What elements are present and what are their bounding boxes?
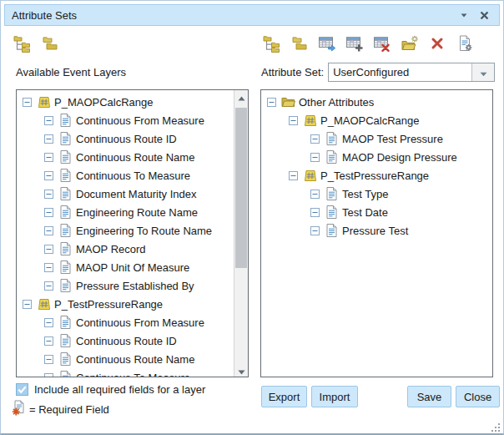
folders-icon	[290, 35, 309, 52]
tree-item-continuous-route-name[interactable]: Continuous Route Name	[17, 148, 234, 166]
attribute-set-value: UserConfigured	[329, 63, 471, 81]
tree-item-maop-record[interactable]: MAOP Record	[17, 240, 234, 258]
collapse-toggle[interactable]	[44, 171, 53, 180]
document-icon	[58, 334, 73, 347]
tree-item-pressure-test[interactable]: Pressure Test	[261, 221, 492, 240]
tree-item-label: Continuous Route Name	[76, 353, 194, 366]
new-attribute-set-button[interactable]	[345, 34, 364, 53]
collapse-toggle[interactable]	[44, 134, 53, 144]
collapse-toggle[interactable]	[44, 116, 53, 125]
tree-item-document-maturity-index[interactable]: Document Maturity Index	[17, 185, 234, 203]
new-group-button[interactable]	[401, 34, 419, 53]
scroll-up-button[interactable]	[234, 90, 248, 103]
export-button[interactable]: Export	[261, 386, 307, 407]
collapse-toggle[interactable]	[310, 134, 320, 144]
collapse-event-layers-button[interactable]	[41, 34, 59, 53]
document-icon	[325, 150, 339, 164]
tree-item-continuous-route-name[interactable]: Continuous Route Name	[17, 350, 234, 368]
event-layer-icon	[303, 114, 317, 127]
tree-item-pressure-established-by[interactable]: Pressure Established By	[17, 276, 234, 295]
collapse-toggle[interactable]	[267, 98, 276, 107]
collapse-toggle[interactable]	[44, 281, 53, 291]
expand-attribute-set-button[interactable]	[263, 34, 281, 53]
tree-item-continuous-route-id[interactable]: Continuous Route ID	[17, 129, 234, 148]
attribute-set-properties-button[interactable]	[456, 34, 474, 53]
tree-item-maop-design-pressure[interactable]: MAOP Design Pressure	[261, 148, 492, 166]
collapse-toggle[interactable]	[44, 336, 53, 346]
attribute-set-dropdown[interactable]: UserConfigured	[328, 63, 495, 82]
tree-item-test-date[interactable]: Test Date	[261, 203, 492, 221]
scrollbar-track[interactable]	[234, 103, 248, 364]
include-required-fields-checkbox[interactable]	[16, 383, 28, 396]
collapse-toggle[interactable]	[310, 226, 320, 235]
available-layers-panel: P_MAOPCalcRangeContinuous From MeasureCo…	[16, 89, 249, 377]
import-button[interactable]: Import	[311, 386, 358, 407]
tree-item-test-type[interactable]: Test Type	[261, 185, 492, 203]
scroll-down-button[interactable]	[234, 364, 248, 377]
tree-item-p-maopcalcrange[interactable]: P_MAOPCalcRange	[261, 111, 492, 129]
collapse-toggle[interactable]	[44, 355, 53, 364]
include-required-fields-label: Include all required fields for a layer	[34, 383, 205, 396]
tree-item-label: Continuous Route ID	[76, 335, 177, 347]
tree-item-p-maopcalcrange[interactable]: P_MAOPCalcRange	[17, 93, 234, 111]
collapse-attribute-set-button[interactable]	[290, 34, 309, 53]
delete-x-icon	[429, 36, 446, 51]
resize-grip[interactable]	[491, 421, 501, 431]
close-window-button[interactable]	[476, 7, 492, 23]
tree-item-label: MAOP Test Pressure	[342, 133, 443, 145]
collapse-toggle[interactable]	[44, 153, 53, 162]
document-icon	[58, 316, 73, 329]
titlebar[interactable]: Attribute Sets	[4, 4, 500, 26]
remove-selected-button[interactable]	[428, 34, 446, 53]
tree-item-label: Continuous From Measure	[76, 114, 204, 127]
collapse-toggle[interactable]	[44, 190, 53, 199]
collapse-toggle[interactable]	[23, 300, 32, 309]
tree-item-continuous-route-id[interactable]: Continuous Route ID	[17, 331, 234, 350]
tree-item-p-testpressurerange[interactable]: P_TestPressureRange	[261, 166, 492, 185]
document-icon	[58, 187, 73, 200]
tree-item-label: Engineering To Route Name	[76, 225, 212, 237]
collapse-toggle[interactable]	[44, 245, 53, 254]
scrollbar-thumb[interactable]	[235, 108, 247, 268]
left-panel-scrollbar[interactable]	[234, 90, 248, 377]
collapse-toggle[interactable]	[44, 373, 53, 377]
tree-item-continuous-from-measure[interactable]: Continuous From Measure	[17, 111, 234, 129]
collapse-toggle[interactable]	[310, 208, 320, 217]
tree-item-continuous-to-measure[interactable]: Continuous To Measure	[17, 166, 234, 185]
close-button[interactable]: Close	[456, 386, 500, 407]
tree-item-engineering-route-name[interactable]: Engineering Route Name	[17, 203, 234, 221]
collapse-window-button[interactable]	[456, 7, 472, 23]
collapse-toggle[interactable]	[289, 171, 298, 180]
collapse-toggle[interactable]	[44, 263, 53, 272]
tree-item-label: Continuous From Measure	[76, 316, 204, 329]
document-icon	[58, 371, 73, 377]
tree-item-other-attributes[interactable]: Other Attributes	[261, 93, 492, 111]
document-icon	[58, 114, 73, 127]
tree-item-label: Continuous To Measure	[76, 372, 190, 377]
collapse-toggle[interactable]	[44, 208, 53, 217]
tree-item-engineering-to-route-name[interactable]: Engineering To Route Name	[17, 221, 234, 240]
tree-item-label: MAOP Record	[76, 243, 146, 255]
tree-item-label: Engineering Route Name	[76, 206, 198, 219]
tree-item-continuous-to-measure[interactable]: Continuous To Measure	[17, 368, 234, 377]
tree-item-maop-test-pressure[interactable]: MAOP Test Pressure	[261, 129, 492, 148]
expand-event-layers-button[interactable]	[13, 34, 32, 53]
collapse-toggle[interactable]	[44, 318, 53, 327]
document-icon	[325, 187, 339, 200]
event-layer-icon	[37, 298, 51, 311]
dropdown-button[interactable]	[471, 63, 494, 81]
collapse-toggle[interactable]	[310, 153, 320, 162]
collapse-toggle[interactable]	[289, 116, 298, 125]
delete-attribute-set-button[interactable]	[373, 34, 391, 53]
copy-attribute-set-button[interactable]	[318, 34, 336, 53]
collapse-toggle[interactable]	[23, 98, 32, 107]
tree-item-p-testpressurerange[interactable]: P_TestPressureRange	[17, 295, 234, 313]
tree-item-maop-unit-of-measure[interactable]: MAOP Unit Of Measure	[17, 258, 234, 276]
tree-folders-icon	[13, 34, 32, 53]
collapse-toggle[interactable]	[44, 226, 53, 235]
tree-item-label: Test Type	[342, 188, 388, 200]
tree-item-continuous-from-measure[interactable]: Continuous From Measure	[17, 313, 234, 331]
collapse-toggle[interactable]	[310, 190, 320, 199]
document-icon	[325, 205, 339, 219]
save-button[interactable]: Save	[407, 386, 451, 407]
